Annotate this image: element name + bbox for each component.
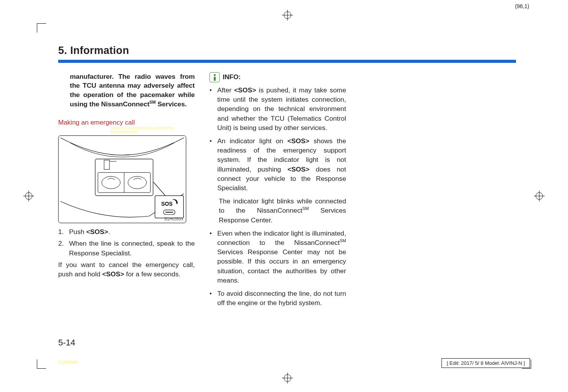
figure-overhead-console: SOS 5GH0353X — [58, 135, 186, 223]
guid-label: AIVINJN1-A74O9108-5244-4D39-8759-9D27EED… — [111, 126, 195, 134]
column-3 — [361, 72, 497, 311]
step-1: 1. Push <SOS>. — [58, 227, 195, 236]
sos-label-in-figure: SOS — [161, 201, 172, 207]
warning-continuation: manufacturer. The radio waves from the T… — [58, 72, 195, 109]
step-1-sos: <SOS> — [86, 228, 108, 236]
cancel-sos: <SOS> — [102, 270, 124, 278]
column-1: manufacturer. The radio waves from the T… — [58, 72, 195, 311]
crop-corner-tl-icon — [37, 23, 46, 33]
info-bullet-2-continuation: The indicator light blinks while connect… — [219, 196, 346, 225]
b2-sos2: <SOS> — [287, 165, 310, 173]
info-icon — [210, 72, 220, 82]
b2-cont-sup: SM — [302, 206, 309, 211]
step-2: 2. When the line is connected, speak to … — [58, 239, 195, 257]
step-1-number: 1. — [58, 227, 69, 236]
chapter-title: 5. Information — [58, 45, 516, 57]
page-coord-label: (96,1) — [515, 3, 529, 9]
b4-text: To avoid disconnecting the line, do not … — [217, 289, 346, 307]
warning-text-b: Services. — [156, 100, 187, 108]
b3-sup: SM — [340, 238, 346, 243]
subheading-emergency-call: Making an emergency call — [58, 119, 195, 127]
info-bullet-2: An indicator light on <SOS> shows the re… — [210, 136, 346, 193]
page-number: 5-14 — [58, 338, 75, 348]
step-2-text: When the line is connected, speak to the… — [69, 239, 195, 257]
cancel-instruction: If you want to cancel the emergency call… — [58, 260, 195, 279]
b1-a: After — [217, 86, 234, 94]
figure-reference-label: 5GH0353X — [165, 217, 184, 221]
registration-mark-right-icon — [534, 191, 545, 201]
info-bullet-4: To avoid disconnecting the line, do not … — [210, 289, 346, 307]
column-2: INFO: After <SOS> is pushed, it may take… — [210, 72, 346, 311]
info-label: INFO: — [223, 73, 241, 81]
b1-sos: <SOS> — [234, 86, 256, 94]
info-bullet-1: After <SOS> is pushed, it may take some … — [210, 85, 346, 132]
svg-rect-13 — [104, 160, 109, 170]
b2-a: An indicator light on — [217, 137, 287, 145]
b2-sos1: <SOS> — [287, 137, 310, 145]
info-bullet-3: Even when the indicator light is illumin… — [210, 229, 346, 285]
edit-model-box: [ Edit: 2017/ 5/ 8 Model: AIVINJ-N ] — [442, 358, 530, 368]
step-2-number: 2. — [58, 239, 69, 257]
step-1-text-b: . — [108, 228, 110, 236]
registration-mark-top-icon — [282, 10, 293, 21]
b3-a: Even when the indicator light is illumin… — [217, 229, 346, 246]
step-1-text-a: Push — [69, 228, 86, 236]
chapter-divider — [58, 60, 516, 63]
b3-b: Services Response Center may not be poss… — [217, 248, 346, 284]
cancel-text-b: for a few seconds. — [124, 270, 180, 278]
registration-mark-left-icon — [23, 191, 34, 201]
condition-label: Condition: — [58, 359, 79, 365]
crop-corner-bl-icon — [37, 359, 46, 369]
registration-mark-bottom-icon — [282, 373, 293, 383]
info-heading: INFO: — [210, 72, 346, 82]
warning-sup: SM — [149, 100, 156, 104]
